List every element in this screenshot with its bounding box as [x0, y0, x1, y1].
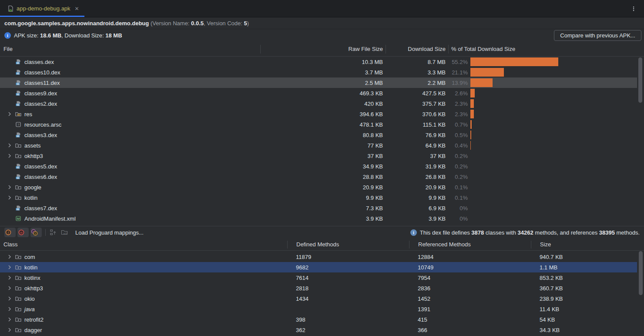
- file-table-row[interactable]: 01 classes.dex 10.3 MB 8.7 MB 55.2%: [0, 57, 637, 67]
- file-table-row[interactable]: 01 classes6.dex 28.8 KB 26.8 KB 0.2%: [0, 171, 637, 182]
- svg-text:01: 01: [17, 72, 19, 75]
- compare-apk-button[interactable]: Compare with previous APK...: [554, 30, 641, 41]
- download-size-cell: 427.5 KB: [386, 90, 448, 97]
- raw-file-size-cell: 34.9 KB: [260, 163, 386, 170]
- column-header-download-size[interactable]: Download Size: [386, 45, 448, 54]
- percent-bar: [470, 57, 558, 66]
- file-name-cell: 01 classes.dex: [0, 58, 260, 65]
- file-table-row[interactable]: okhttp3 37 KB 37 KB 0.2%: [0, 151, 637, 161]
- expand-chevron-icon[interactable]: [6, 326, 13, 333]
- column-header-raw-file-size[interactable]: Raw File Size: [260, 45, 386, 54]
- file-name-cell: 01 classes7.dex: [0, 205, 260, 212]
- show-methods-toggle[interactable]: m: [17, 228, 29, 237]
- tab-apk-analyzer[interactable]: app-demo-debug.apk ✕: [0, 0, 84, 17]
- file-table-row[interactable]: 01 classes3.dex 80.8 KB 76.9 KB 0.5%: [0, 130, 637, 140]
- fields-icon: f: [4, 228, 12, 236]
- file-table-row[interactable]: 01 classes10.dex 3.7 MB 3.3 MB 21.1%: [0, 67, 637, 77]
- column-header-size[interactable]: Size: [531, 241, 644, 249]
- more-options-icon[interactable]: [630, 5, 637, 12]
- show-fields-toggle[interactable]: f: [4, 228, 16, 237]
- column-header-file[interactable]: File: [0, 45, 260, 54]
- class-table-row[interactable]: dagger 362 366 34.3 KB: [0, 325, 637, 335]
- close-icon[interactable]: ✕: [75, 6, 79, 11]
- scrollbar-thumb[interactable]: [639, 251, 643, 295]
- file-name: classes11.dex: [24, 80, 60, 86]
- expand-chevron-icon[interactable]: [6, 111, 13, 118]
- expand-chevron-icon[interactable]: [6, 264, 13, 271]
- expand-chevron-icon[interactable]: [6, 295, 13, 302]
- column-header-class[interactable]: Class: [0, 241, 287, 249]
- scrollbar-thumb[interactable]: [638, 57, 642, 103]
- file-table-row[interactable]: ? resources.arsc 478.1 KB 115.1 KB 0.7%: [0, 119, 637, 130]
- file-name-cell: assets: [0, 142, 260, 149]
- download-percent-cell: 2.3%: [448, 111, 468, 118]
- file-table-row[interactable]: kotlin 9.9 KB 9.9 KB 0.1%: [0, 192, 637, 203]
- column-header-percent-of-total[interactable]: % of Total Download Size: [448, 45, 644, 54]
- apk-size-value: 18.6 MB: [40, 32, 61, 39]
- expand-chevron-icon[interactable]: [6, 194, 13, 201]
- defined-methods-cell: 9682: [287, 264, 409, 271]
- dex-info-text: methods, and references: [533, 229, 599, 236]
- file-table-row[interactable]: 01 classes11.dex 2.5 MB 2.2 MB 13.9%: [0, 77, 637, 88]
- load-proguard-mappings-button[interactable]: Load Proguard mappings...: [75, 229, 144, 236]
- class-table-row[interactable]: kotlinx 7614 7954 853.2 KB: [0, 272, 637, 283]
- methods-icon: m: [17, 228, 25, 236]
- file-table-row[interactable]: assets 77 KB 64.9 KB 0.4%: [0, 140, 637, 151]
- size-cell: 1.1 MB: [531, 264, 637, 271]
- download-percent-cell: 55.2%: [448, 59, 468, 65]
- expand-chevron-icon[interactable]: [6, 306, 13, 312]
- file-name: google: [24, 184, 41, 191]
- class-table-row[interactable]: okhttp3 2818 2836 360.7 KB: [0, 283, 637, 293]
- expand-chevron-icon[interactable]: [6, 274, 13, 281]
- tree-indent: [6, 215, 13, 222]
- class-table-row[interactable]: kotlin 9682 10749 1.1 MB: [0, 262, 637, 272]
- download-size-cell: 370.6 KB: [386, 111, 448, 118]
- expand-chevron-icon[interactable]: [6, 253, 13, 260]
- expand-chevron-icon[interactable]: [6, 285, 13, 292]
- defined-methods-cell: 2818: [287, 285, 409, 292]
- show-referenced-toggle[interactable]: mf: [30, 228, 42, 237]
- file-table-row[interactable]: 01 classes5.dex 34.9 KB 31.9 KB 0.2%: [0, 161, 637, 171]
- svg-text:01: 01: [17, 166, 19, 169]
- raw-file-size-cell: 469.3 KB: [260, 90, 386, 97]
- class-table-row[interactable]: com 11879 12884 940.7 KB: [0, 252, 637, 262]
- file-table-row[interactable]: M AndroidManifest.xml 3.9 KB 3.9 KB 0%: [0, 213, 637, 224]
- percent-bar: [470, 99, 474, 108]
- file-name-cell: 01 classes5.dex: [0, 163, 260, 170]
- file-name-cell: 01 classes10.dex: [0, 69, 260, 76]
- package-folder-icon: [15, 295, 22, 302]
- download-size-cell: 64.9 KB: [386, 142, 448, 149]
- tree-indent: [6, 100, 13, 107]
- column-header-defined-methods[interactable]: Defined Methods: [287, 241, 409, 249]
- download-percent-cell: 0.4%: [448, 142, 468, 149]
- file-table-row[interactable]: 01 classes2.dex 420 KB 375.7 KB 2.3%: [0, 98, 637, 109]
- file-table-row[interactable]: res 394.6 KB 370.6 KB 2.3%: [0, 109, 637, 119]
- deobfuscate-names-icon[interactable]: a.b: [60, 228, 68, 236]
- download-percent-cell: 13.9%: [448, 80, 468, 86]
- file-table-row[interactable]: 01 classes7.dex 7.3 KB 6.9 KB 0%: [0, 203, 637, 213]
- column-header-referenced-methods[interactable]: Referenced Methods: [409, 241, 531, 249]
- folder-icon: [15, 184, 22, 191]
- expand-chevron-icon[interactable]: [6, 142, 13, 149]
- download-size-cell: 26.8 KB: [386, 174, 448, 180]
- svg-text:?: ?: [17, 123, 19, 127]
- dex-file-icon: 01: [15, 100, 22, 107]
- expand-tree-icon[interactable]: [49, 228, 57, 236]
- percent-bar-cell: [468, 57, 637, 66]
- file-table-row[interactable]: 01 classes9.dex 469.3 KB 427.5 KB 2.6%: [0, 88, 637, 98]
- file-table-row[interactable]: google 20.9 KB 20.9 KB 0.1%: [0, 182, 637, 192]
- expand-chevron-icon[interactable]: [6, 152, 13, 159]
- package-folder-icon: [15, 274, 22, 281]
- dex-info-text: This dex file defines: [420, 229, 472, 236]
- referenced-methods-cell: 10749: [409, 264, 531, 271]
- package-folder-icon: [15, 306, 22, 312]
- svg-text:01: 01: [17, 208, 19, 211]
- class-table-row[interactable]: retrofit2 398 415 54 KB: [0, 314, 637, 325]
- info-icon: i: [4, 32, 11, 39]
- package-folder-icon: [15, 285, 22, 292]
- class-table-row[interactable]: okio 1434 1452 238.9 KB: [0, 293, 637, 304]
- class-table-row[interactable]: java 1391 11.4 KB: [0, 304, 637, 314]
- expand-chevron-icon[interactable]: [6, 316, 13, 323]
- expand-chevron-icon[interactable]: [6, 184, 13, 191]
- percent-bar: [470, 120, 472, 129]
